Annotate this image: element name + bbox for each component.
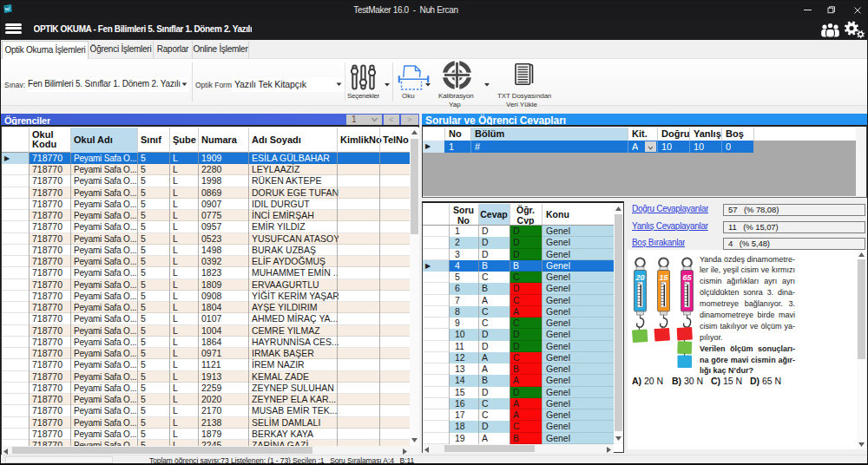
svg-text:65: 65 — [682, 273, 692, 282]
svg-text:15: 15 — [659, 273, 668, 282]
svg-text:20: 20 — [635, 273, 644, 282]
